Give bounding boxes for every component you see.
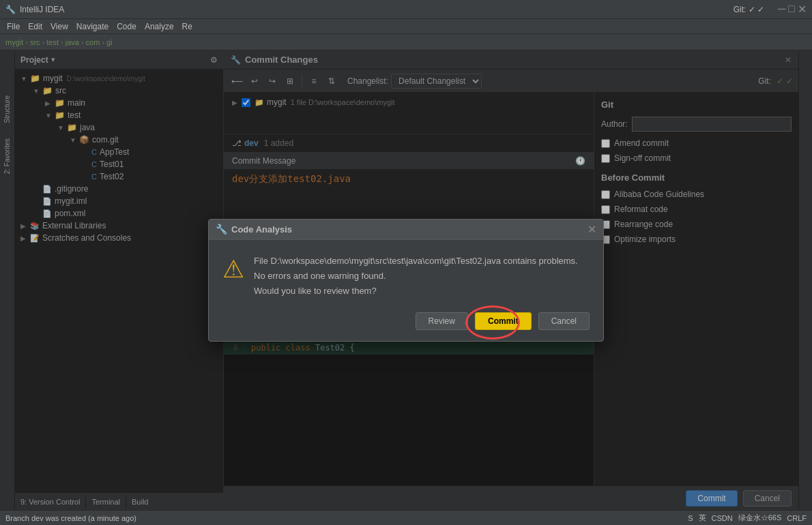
dialog-actions: Review Commit Cancel: [209, 305, 603, 341]
maximize-btn[interactable]: □: [788, 3, 795, 16]
dialog-commit-wrapper: Commit: [475, 312, 532, 330]
breadcrumb-sep2: ›: [42, 38, 45, 46]
code-analysis-dialog: 🔧 Code Analysis ✕ ⚠ File D:\workspace\de…: [208, 219, 604, 342]
dialog-title-bar: 🔧 Code Analysis ✕: [209, 220, 603, 240]
menu-view[interactable]: View: [46, 20, 72, 33]
dialog-message-line3: Would you like to review them?: [254, 286, 377, 296]
git-status: Git: ✓ ✓: [734, 5, 764, 14]
dialog-message-line2: No errors and one warning found.: [254, 271, 386, 281]
breadcrumb-sep5: ›: [102, 38, 104, 46]
status-right: S 英 CSDN 绿金水☆66S CRLF: [688, 513, 807, 523]
breadcrumb-src[interactable]: src: [30, 38, 40, 46]
breadcrumb-mygit[interactable]: mygit: [5, 38, 23, 46]
app-title: IntelliJ IDEA: [20, 5, 734, 14]
menu-analyze[interactable]: Analyze: [141, 20, 178, 33]
status-lang-indicator: 英: [699, 513, 706, 523]
breadcrumb: mygit › src › test › java › com › gi: [0, 34, 812, 50]
menu-bar: File Edit View Navigate Code Analyze Re: [0, 19, 812, 34]
breadcrumb-sep4: ›: [81, 38, 84, 46]
dialog-message: File D:\workspace\demo\mygit\src\test\ja…: [254, 254, 578, 299]
status-bar: Branch dev was created (a minute ago) S …: [0, 510, 812, 525]
dialog-commit-btn[interactable]: Commit: [475, 312, 532, 330]
menu-edit[interactable]: Edit: [24, 20, 46, 33]
breadcrumb-test[interactable]: test: [46, 38, 59, 46]
dialog-close-icon[interactable]: ✕: [588, 223, 596, 236]
menu-file[interactable]: File: [3, 20, 24, 33]
dialog-title-icon: 🔧: [216, 224, 227, 235]
app-icon: 🔧: [5, 5, 16, 14]
dialog-message-line1: File D:\workspace\demo\mygit\src\test\ja…: [254, 256, 578, 266]
status-user: 绿金水☆66S: [738, 513, 782, 523]
dialog-overlay: 🔧 Code Analysis ✕ ⚠ File D:\workspace\de…: [0, 50, 812, 510]
status-message: Branch dev was created (a minute ago): [5, 514, 688, 522]
dialog-content: ⚠ File D:\workspace\demo\mygit\src\test\…: [209, 240, 603, 305]
menu-code[interactable]: Code: [113, 20, 141, 33]
minimize-btn[interactable]: ─: [778, 3, 785, 16]
menu-re[interactable]: Re: [178, 20, 197, 33]
status-csdn: CSDN: [712, 514, 733, 522]
breadcrumb-gi[interactable]: gi: [106, 38, 113, 46]
breadcrumb-java[interactable]: java: [66, 38, 79, 46]
breadcrumb-sep3: ›: [61, 38, 63, 46]
close-btn[interactable]: ✕: [798, 3, 807, 16]
dialog-cancel-btn[interactable]: Cancel: [538, 312, 590, 330]
breadcrumb-sep1: ›: [25, 38, 28, 46]
breadcrumb-com[interactable]: com: [86, 38, 100, 46]
window-controls: ─ □ ✕: [778, 3, 807, 16]
dialog-warning-icon: ⚠: [222, 255, 244, 299]
menu-navigate[interactable]: Navigate: [72, 20, 113, 33]
status-s-indicator: S: [688, 514, 693, 522]
dialog-title-text: Code Analysis: [231, 224, 292, 235]
dialog-review-btn[interactable]: Review: [416, 312, 468, 330]
status-crlf: CRLF: [787, 514, 807, 522]
